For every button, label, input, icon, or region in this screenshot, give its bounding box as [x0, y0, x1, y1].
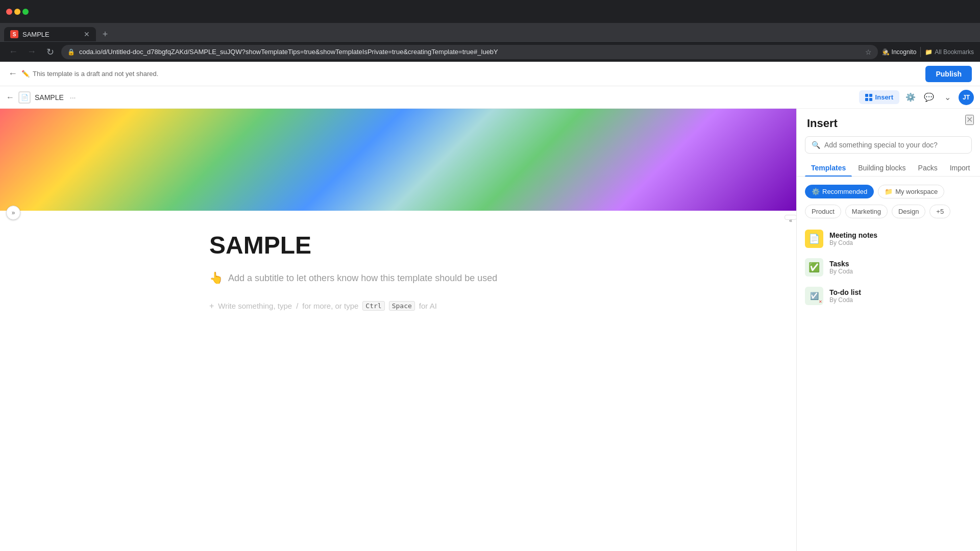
forward-button[interactable]: → [24, 45, 39, 59]
browser-tab-bar: S SAMPLE ✕ + [0, 23, 980, 41]
ctrl-key: Ctrl [362, 301, 384, 311]
tasks-author: By Coda [829, 268, 972, 275]
doc-header-title: SAMPLE [35, 93, 64, 102]
publish-button[interactable]: Publish [925, 66, 972, 82]
draft-info: ✏️ This template is a draft and not yet … [21, 70, 158, 78]
search-icon: 🔍 [812, 141, 820, 149]
filter-my-workspace[interactable]: 📁 My workspace [878, 185, 944, 198]
nav-bar: ← → ↻ 🔒 coda.io/d/Untitled-doc_d78bgfqZA… [0, 41, 980, 62]
search-bar[interactable]: 🔍 [805, 136, 972, 154]
design-chip-label: Design [898, 208, 919, 215]
refresh-button[interactable]: ↻ [43, 45, 57, 59]
template-info-todo: To-do list By Coda [829, 288, 972, 304]
tasks-name: Tasks [829, 260, 972, 268]
expand-sidebar-button[interactable]: » [6, 206, 20, 220]
insert-panel: ✕ Insert 🔍 Templates Building blocks Pac… [796, 109, 980, 551]
space-key: Space [389, 301, 415, 311]
template-item-tasks[interactable]: ✅ Tasks By Coda [805, 253, 972, 282]
doc-main-title: SAMPLE [209, 231, 587, 259]
doc-actions: Insert ⚙️ 💬 ⌄ JT [859, 90, 974, 105]
tab-close-button[interactable]: ✕ [84, 30, 90, 38]
new-tab-button[interactable]: + [98, 27, 112, 41]
explore-more-link[interactable]: 🔍 Explore more templates [797, 545, 980, 551]
ai-hint: for AI [419, 302, 437, 310]
hero-image [0, 109, 796, 211]
collapse-panel-button[interactable]: « [785, 215, 796, 220]
insert-label: Insert [875, 93, 893, 101]
address-bar[interactable]: 🔒 coda.io/d/Untitled-doc_d78bgfqZAKd/SAM… [61, 45, 878, 59]
comment-icon[interactable]: 💬 [922, 90, 936, 105]
browser-tab[interactable]: S SAMPLE ✕ [4, 27, 96, 41]
meeting-notes-icon: 📄 [805, 230, 823, 248]
doc-icon: 📄 [18, 91, 31, 104]
incognito-badge: 🕵 Incognito [882, 48, 917, 56]
filter-recommended[interactable]: ⚙️ Recommended [805, 185, 874, 198]
browser-chrome [0, 0, 980, 23]
app-bar-left: ← ✏️ This template is a draft and not ye… [8, 68, 925, 79]
url-text: coda.io/d/Untitled-doc_d78bgfqZAKd/SAMPL… [79, 48, 861, 56]
doc-subtitle: 👆 Add a subtitle to let others know how … [209, 271, 587, 285]
nav-right-actions: 🕵 Incognito 📁 All Bookmarks [882, 47, 974, 57]
recommended-chip-label: Recommended [822, 188, 867, 195]
sub-filter-chips: Product Marketing Design +5 [797, 205, 980, 224]
filter-design[interactable]: Design [892, 205, 925, 218]
bookmark-star-icon[interactable]: ☆ [865, 48, 872, 56]
panel-close-button[interactable]: ✕ [965, 115, 974, 125]
template-item-todo[interactable]: ☑️ ✕ To-do list By Coda [805, 282, 972, 310]
workspace-chip-icon: 📁 [885, 188, 893, 195]
insert-grid-icon [865, 94, 872, 101]
doc-content: SAMPLE 👆 Add a subtitle to let others kn… [168, 211, 628, 331]
pointing-icon: 👆 [209, 271, 223, 285]
doc-header: ← 📄 SAMPLE ··· Insert ⚙️ 💬 ⌄ JT [0, 86, 980, 109]
todo-name: To-do list [829, 288, 972, 296]
meeting-notes-author: By Coda [829, 239, 972, 246]
meeting-notes-name: Meeting notes [829, 231, 972, 239]
app-bar: ← ✏️ This template is a draft and not ye… [0, 62, 980, 86]
draft-message: This template is a draft and not yet sha… [33, 70, 158, 78]
todo-author: By Coda [829, 296, 972, 304]
filter-chips: ⚙️ Recommended 📁 My workspace [797, 185, 980, 205]
doc-more-button[interactable]: ··· [70, 93, 76, 102]
write-placeholder[interactable]: Write something, type [218, 302, 292, 310]
search-input[interactable] [824, 141, 965, 149]
template-info-meeting-notes: Meeting notes By Coda [829, 231, 972, 246]
back-button[interactable]: ← [6, 45, 20, 59]
chevron-down-icon[interactable]: ⌄ [940, 90, 954, 105]
template-list: 📄 Meeting notes By Coda ✅ Tasks By Coda … [797, 224, 980, 545]
filter-more[interactable]: +5 [929, 205, 950, 218]
tab-title: SAMPLE [22, 31, 50, 38]
tab-favicon: S [10, 30, 18, 38]
avatar[interactable]: JT [959, 90, 974, 105]
pencil-icon: ✏️ [21, 70, 30, 78]
panel-tabs: Templates Building blocks Packs Import [797, 160, 980, 177]
template-item-meeting-notes[interactable]: 📄 Meeting notes By Coda [805, 224, 972, 253]
plus-button[interactable]: + [209, 302, 214, 311]
tasks-icon: ✅ [805, 258, 823, 277]
filter-marketing[interactable]: Marketing [845, 205, 888, 218]
tab-import[interactable]: Import [944, 160, 976, 176]
tab-templates[interactable]: Templates [805, 160, 852, 176]
tab-building-blocks[interactable]: Building blocks [852, 160, 912, 176]
template-info-tasks: Tasks By Coda [829, 260, 972, 275]
recommended-chip-icon: ⚙️ [812, 188, 820, 195]
panel-title: Insert [797, 109, 980, 136]
bookmarks-button[interactable]: 📁 All Bookmarks [925, 48, 974, 56]
todo-icon: ☑️ ✕ [805, 287, 823, 305]
app-back-button[interactable]: ← [8, 68, 17, 79]
doc-back-button[interactable]: ← [6, 93, 14, 102]
doc-area: » « SAMPLE 👆 Add a subtitle to let other… [0, 109, 796, 551]
more-chip-label: +5 [936, 208, 944, 215]
write-hint: + Write something, type / for more, or t… [209, 301, 587, 311]
settings-icon[interactable]: ⚙️ [903, 90, 918, 105]
lock-icon: 🔒 [67, 48, 75, 56]
marketing-chip-label: Marketing [852, 208, 881, 215]
filter-product[interactable]: Product [805, 205, 841, 218]
hero-gradient [0, 109, 796, 211]
main-layout: » « SAMPLE 👆 Add a subtitle to let other… [0, 109, 980, 551]
insert-button[interactable]: Insert [859, 90, 899, 104]
tab-packs[interactable]: Packs [912, 160, 944, 176]
workspace-chip-label: My workspace [895, 188, 938, 195]
subtitle-placeholder[interactable]: Add a subtitle to let others know how th… [228, 273, 497, 284]
product-chip-label: Product [812, 208, 835, 215]
slash-hint: / [296, 302, 298, 310]
